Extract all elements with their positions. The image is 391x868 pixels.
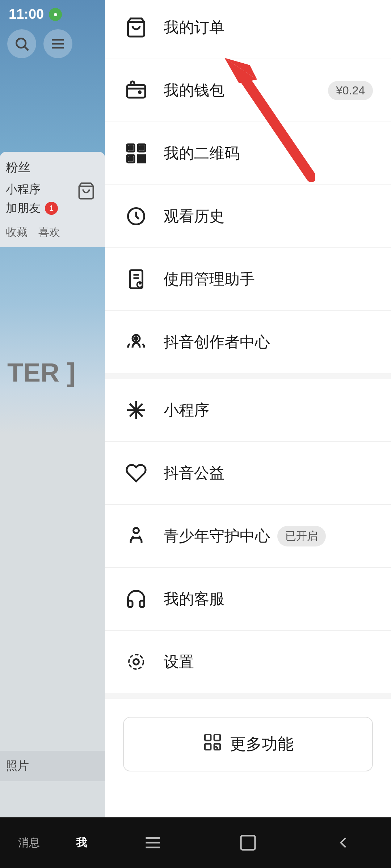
menu-settings-label: 设置 [164,652,194,672]
more-features-grid-icon [202,732,223,756]
divider-7 [105,441,391,442]
divider-4 [105,247,391,248]
cart-icon-side [77,182,96,202]
svg-rect-20 [138,160,141,163]
svg-line-1 [25,47,28,50]
more-features-label: 更多功能 [230,733,294,755]
menu-item-wallet[interactable]: 我的钱包 ¥0.24 [105,63,391,118]
status-bar: 11:00 ● [0,0,105,26]
svg-rect-19 [143,155,146,158]
bottom-nav-left: 消息 我 [0,817,105,868]
heart-wave-icon [123,460,149,486]
divider-1 [105,59,391,59]
svg-rect-17 [129,157,133,161]
asterisk-icon [123,397,149,423]
svg-rect-7 [127,85,145,98]
menu-history-label: 观看历史 [164,206,224,226]
like-label: 喜欢 [38,225,60,240]
menu-button[interactable] [43,29,72,58]
nav-left-me[interactable]: 我 [76,835,87,850]
photo-label: 照片 [6,759,29,772]
collect-label: 收藏 [6,225,28,240]
svg-rect-36 [205,735,211,740]
svg-point-0 [16,38,26,48]
more-features-button[interactable]: 更多功能 [123,717,373,771]
ter-text: TER ] [0,350,83,395]
left-action-icons [0,26,105,62]
divider-9 [105,567,391,568]
svg-rect-37 [214,735,220,740]
section-divider-2 [105,693,391,699]
bottom-navigation [105,817,391,868]
svg-point-33 [134,528,139,533]
nav-left-message[interactable]: 消息 [18,835,40,850]
menu-item-youth[interactable]: 青少年守护中心 已开启 [105,509,391,563]
menu-item-order[interactable]: 我的订单 [105,0,391,55]
search-button[interactable] [7,29,36,58]
program-label: 小程序 [6,182,41,197]
cart-icon [123,14,149,41]
menu-item-assistant[interactable]: 使用管理助手 [105,252,391,307]
friends-badge: 1 [45,202,58,215]
menu-order-label: 我的订单 [164,17,224,38]
menu-qrcode-label: 我的二维码 [164,143,240,163]
menu-charity-label: 抖音公益 [164,463,224,483]
nav-back-button[interactable] [334,833,353,852]
wallet-badge: ¥0.24 [328,81,373,100]
clock-icon [123,203,149,229]
svg-point-34 [134,659,139,665]
svg-point-35 [129,655,143,669]
svg-rect-15 [129,146,133,150]
menu-item-settings[interactable]: 设置 [105,634,391,689]
menu-miniapp-label: 小程序 [164,400,209,420]
divider-5 [105,310,391,311]
friends-label: 加朋友 [6,200,41,216]
status-indicator: ● [49,8,62,21]
svg-rect-38 [205,744,211,750]
svg-rect-45 [241,836,255,850]
settings-icon [123,649,149,675]
svg-rect-21 [143,160,146,163]
right-menu-panel: 我的订单 我的钱包 ¥0.24 [105,0,391,868]
wallet-icon [123,77,149,103]
svg-point-28 [135,337,138,340]
svg-rect-18 [138,155,141,158]
nav-menu-button[interactable] [143,833,162,852]
divider-3 [105,184,391,185]
menu-support-label: 我的客服 [164,589,224,609]
menu-assistant-label: 使用管理助手 [164,269,255,289]
divider-2 [105,122,391,122]
menu-wallet-label: 我的钱包 [164,80,224,101]
section-divider-1 [105,373,391,379]
menu-item-charity[interactable]: 抖音公益 [105,446,391,501]
divider-10 [105,630,391,631]
menu-youth-label: 青少年守护中心 [164,526,270,546]
menu-item-history[interactable]: 观看历史 [105,189,391,244]
menu-item-creator[interactable]: 抖音创作者中心 [105,315,391,370]
headset-icon [123,586,149,612]
creator-icon [123,329,149,355]
divider-8 [105,504,391,505]
nav-home-button[interactable] [239,833,257,852]
menu-item-qrcode[interactable]: 我的二维码 [105,126,391,181]
fans-label: 粉丝 [6,159,30,176]
qrcode-icon [123,140,149,166]
menu-creator-label: 抖音创作者中心 [164,332,270,352]
menu-item-miniapp[interactable]: 小程序 [105,383,391,438]
svg-rect-16 [140,146,143,150]
phone-manage-icon [123,266,149,292]
status-time: 11:00 [9,7,44,22]
youth-icon [123,523,149,549]
youth-badge: 已开启 [277,526,326,546]
menu-item-support[interactable]: 我的客服 [105,571,391,626]
left-background-panel: 11:00 ● 粉丝 小程序 [0,0,105,868]
